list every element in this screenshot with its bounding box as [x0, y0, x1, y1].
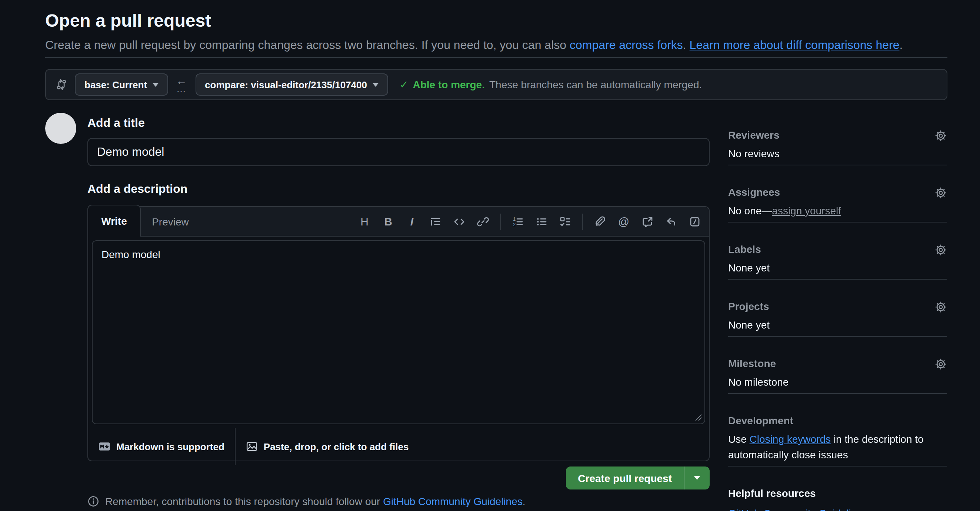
create-pull-request-split-button: Create pull request — [566, 466, 710, 490]
title-label: Add a title — [88, 117, 145, 130]
sidebar-section-development: Development Use Closing keywords in the … — [728, 413, 947, 466]
image-icon — [246, 441, 258, 452]
merge-status: ✓ Able to merge. These branches can be a… — [399, 78, 702, 91]
editor-body: Demo model — [88, 236, 709, 428]
toolbar-divider — [582, 213, 583, 230]
attach-file-icon[interactable] — [593, 215, 607, 228]
markdown-icon — [99, 441, 110, 452]
numbered-list-icon[interactable]: 12 — [511, 215, 525, 228]
branch-compare-bar: base: Current ← … compare: visual-editor… — [45, 69, 947, 100]
attach-files-button[interactable]: Paste, drop, or click to add files — [246, 441, 409, 452]
compare-across-forks-link[interactable]: compare across forks — [570, 38, 683, 51]
merge-status-bold: Able to merge. — [413, 78, 485, 91]
heading-icon[interactable]: H — [358, 215, 371, 228]
italic-icon[interactable]: I — [405, 215, 418, 228]
task-list-icon[interactable] — [558, 215, 572, 228]
community-guidelines-link[interactable]: GitHub Community Guidelines — [383, 495, 523, 507]
sidebar-section-projects: Projects None yet — [728, 299, 947, 337]
code-icon[interactable] — [453, 215, 466, 228]
labels-value: None yet — [728, 260, 947, 276]
link-icon[interactable] — [476, 215, 490, 228]
markdown-toolbar: H B I 12 — [358, 213, 709, 230]
chevron-down-icon — [152, 83, 158, 86]
resize-grip-icon[interactable] — [695, 414, 702, 421]
reply-icon[interactable] — [665, 215, 678, 228]
info-icon — [88, 495, 99, 507]
sidebar-community-guidelines-link[interactable]: GitHub Community Guidelines — [728, 507, 868, 511]
range-dots: … — [176, 85, 187, 93]
description-label: Add a description — [88, 182, 188, 196]
sidebar: Reviewers No reviews Assignees No one—as… — [728, 128, 947, 511]
compare-range-indicator: ← … — [176, 77, 187, 93]
sidebar-section-helpful-resources: Helpful resources GitHub Community Guide… — [728, 486, 947, 511]
reviewers-value: No reviews — [728, 146, 947, 162]
chevron-down-icon — [694, 476, 700, 480]
pull-request-page: Open a pull request Create a new pull re… — [0, 0, 980, 511]
sidebar-section-assignees: Assignees No one—assign yourself — [728, 185, 947, 222]
development-heading: Development — [728, 413, 793, 429]
note-text: Remember, contributions to this reposito… — [105, 495, 525, 507]
description-editor: Write Preview H B I 12 — [88, 206, 710, 461]
helpful-resources-heading: Helpful resources — [728, 486, 816, 501]
labels-heading: Labels — [728, 242, 761, 257]
git-compare-icon — [56, 78, 67, 91]
projects-heading: Projects — [728, 299, 769, 315]
quote-icon[interactable] — [429, 215, 442, 228]
avatar — [45, 113, 76, 144]
bullet-list-icon[interactable] — [535, 215, 548, 228]
tab-preview[interactable]: Preview — [142, 207, 199, 236]
closing-keywords-link[interactable]: Closing keywords — [749, 433, 831, 445]
chevron-down-icon — [372, 83, 378, 86]
gear-icon[interactable] — [935, 244, 947, 256]
svg-text:1: 1 — [513, 216, 515, 221]
gear-icon[interactable] — [935, 129, 947, 141]
check-icon: ✓ — [399, 78, 408, 91]
development-text: Use Closing keywords in the description … — [728, 432, 947, 463]
cross-reference-icon[interactable] — [641, 215, 654, 228]
gear-icon[interactable] — [935, 187, 947, 198]
sidebar-section-reviewers: Reviewers No reviews — [728, 128, 947, 165]
sidebar-section-labels: Labels None yet — [728, 242, 947, 279]
editor-footer: Markdown is supported Paste, drop, or cl… — [88, 428, 709, 465]
header-divider — [45, 57, 947, 58]
gear-icon[interactable] — [935, 301, 947, 313]
subtitle-separator: . — [683, 38, 690, 51]
pr-title-input[interactable] — [88, 138, 710, 166]
community-guidelines-note: Remember, contributions to this reposito… — [88, 495, 525, 507]
markdown-supported-note[interactable]: Markdown is supported — [99, 441, 224, 452]
base-branch-label: base: Current — [84, 79, 147, 90]
slash-commands-icon[interactable] — [688, 215, 702, 228]
milestone-value: No milestone — [728, 375, 947, 390]
gear-icon[interactable] — [935, 358, 947, 370]
projects-value: None yet — [728, 318, 947, 333]
subtitle-period: . — [899, 38, 903, 51]
assign-yourself-link[interactable]: assign yourself — [772, 205, 841, 217]
pr-description-textarea[interactable]: Demo model — [92, 240, 705, 424]
sidebar-section-milestone: Milestone No milestone — [728, 356, 947, 394]
attach-note-text: Paste, drop, or click to add files — [264, 441, 409, 452]
create-pull-request-label: Create pull request — [578, 472, 672, 484]
compare-branch-label: compare: visual-editor/2135/107400 — [205, 79, 367, 90]
bold-icon[interactable]: B — [382, 215, 395, 228]
assignees-heading: Assignees — [728, 185, 780, 200]
toolbar-divider — [500, 213, 501, 230]
subtitle-text: Create a new pull request by comparing c… — [45, 38, 570, 51]
milestone-heading: Milestone — [728, 356, 776, 372]
markdown-note-text: Markdown is supported — [116, 441, 224, 452]
create-pull-request-dropdown[interactable] — [684, 466, 710, 490]
reviewers-heading: Reviewers — [728, 128, 780, 143]
assignees-value: No one—assign yourself — [728, 203, 947, 219]
mention-icon[interactable]: @ — [617, 215, 630, 228]
compare-branch-selector[interactable]: compare: visual-editor/2135/107400 — [195, 73, 388, 96]
merge-status-text: These branches can be automatically merg… — [489, 78, 702, 91]
learn-more-diff-link[interactable]: Learn more about diff comparisons here — [690, 38, 900, 51]
editor-header: Write Preview H B I 12 — [88, 207, 709, 236]
create-pull-request-button[interactable]: Create pull request — [566, 466, 684, 490]
base-branch-selector[interactable]: base: Current — [75, 73, 168, 96]
footer-divider — [235, 428, 235, 465]
tab-write[interactable]: Write — [88, 205, 141, 236]
svg-text:2: 2 — [513, 222, 515, 227]
page-title: Open a pull request — [45, 10, 211, 31]
page-subtitle: Create a new pull request by comparing c… — [45, 37, 947, 53]
